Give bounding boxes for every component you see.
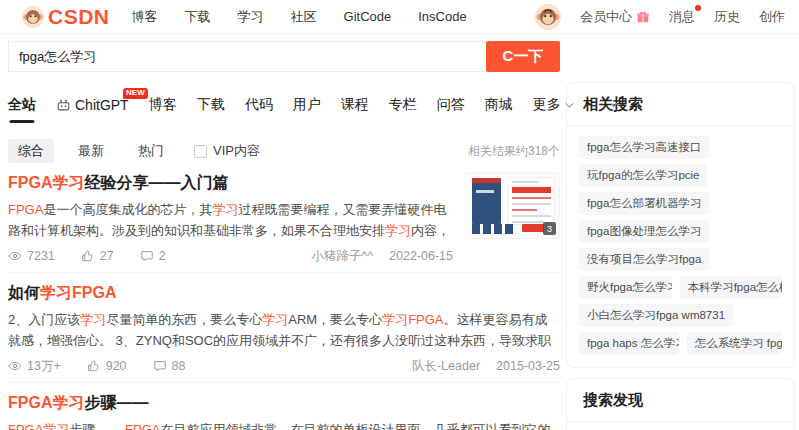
tab-chitgpt[interactable]: ChitGPTNEW (56, 97, 129, 113)
tab-course[interactable]: 课程 (341, 96, 369, 114)
related-search-tag[interactable]: fpga图像处理怎么学习 (579, 220, 709, 243)
tab-label: 问答 (437, 96, 465, 114)
topnav-item-learn[interactable]: 学习 (238, 8, 264, 26)
results-list: FPGA学习经验分享——入门篇 FPGA是一个高度集成化的芯片，其学习过程既需要… (8, 163, 560, 430)
sort-comprehensive[interactable]: 综合 (8, 139, 54, 163)
csdn-logo-monkey-icon (22, 6, 44, 28)
related-tag-row: fpga怎么学习高速接口 (579, 136, 782, 159)
result-snippet: FPGA是一个高度集成化的芯片，其学习过程既需要编程，又需要弄懂硬件电路和计算机… (8, 199, 453, 242)
tab-user[interactable]: 用户 (293, 96, 321, 114)
member-center-label: 会员中心 (580, 8, 632, 26)
related-tag-row: 没有项目怎么学习fpga (579, 248, 782, 271)
search-tabs: 全站ChitGPTNEW博客下载代码用户课程专栏问答商城更多筛选 (8, 87, 560, 132)
result-title-link[interactable]: FPGA学习经验分享——入门篇 (8, 172, 453, 193)
tab-download[interactable]: 下载 (197, 96, 225, 114)
result-author-link[interactable]: 小猪蹄子^^ (311, 248, 373, 265)
comment-icon (153, 359, 167, 373)
comments-count: 2 (140, 249, 166, 263)
search-button[interactable]: C一下 (486, 41, 560, 72)
views-count: 7231 (8, 249, 55, 263)
result-meta: 13万+ 920 88 队长-Leader 2015-03-25 (8, 358, 560, 374)
related-search-tag[interactable]: fpga怎么学习高速接口 (579, 136, 709, 159)
thumb-gallery-strip (472, 224, 513, 234)
tab-label: 全站 (8, 96, 36, 114)
topnav-item-gitcode[interactable]: GitCode (344, 9, 392, 24)
tab-label: 博客 (149, 96, 177, 114)
likes-count: 920 (87, 359, 127, 373)
search-discovery-title: 搜索发现 (567, 379, 794, 422)
topnav-item-community[interactable]: 社区 (291, 8, 317, 26)
create-link[interactable]: 创作 (759, 8, 785, 26)
eye-icon (8, 359, 22, 373)
search-result-item: FPGA学习经验分享——入门篇 FPGA是一个高度集成化的芯片，其学习过程既需要… (8, 163, 560, 273)
topnav-item-blog[interactable]: 博客 (132, 8, 158, 26)
thumbs-up-icon (87, 359, 101, 373)
vip-content-filter[interactable]: VIP内容 (194, 142, 260, 160)
related-search-tags: fpga怎么学习高速接口玩fpga的怎么学习pciefpga怎么部署机器学习fp… (567, 126, 794, 367)
vip-label: VIP内容 (213, 142, 260, 160)
vip-checkbox[interactable] (194, 145, 207, 158)
messages-link[interactable]: 消息 (669, 8, 695, 26)
topnav-item-download[interactable]: 下载 (185, 8, 211, 26)
tab-all[interactable]: 全站 (8, 96, 36, 114)
main-column: C一下 全站ChitGPTNEW博客下载代码用户课程专栏问答商城更多筛选 综合最… (8, 34, 560, 430)
views-count: 13万+ (8, 358, 61, 375)
topnav-items: 博客下载学习社区GitCodeInsCode (132, 8, 467, 26)
sidebar: 相关搜索 fpga怎么学习高速接口玩fpga的怎么学习pciefpga怎么部署机… (566, 82, 795, 430)
tab-mall[interactable]: 商城 (485, 96, 513, 114)
gift-icon (636, 10, 650, 24)
sort-hot[interactable]: 热门 (128, 139, 174, 163)
new-badge: NEW (123, 88, 148, 99)
related-search-card: 相关搜索 fpga怎么学习高速接口玩fpga的怎么学习pciefpga怎么部署机… (566, 82, 795, 368)
related-search-tag[interactable]: 小白怎么学习fpga wm8731 (579, 304, 733, 327)
result-title-link[interactable]: 如何学习FPGA (8, 282, 560, 303)
history-link[interactable]: 历史 (714, 8, 740, 26)
sort-items: 综合最新热门 (8, 139, 174, 163)
unread-dot (695, 5, 701, 11)
sort-newest[interactable]: 最新 (68, 139, 114, 163)
member-center-link[interactable]: 会员中心 (580, 8, 650, 26)
related-tag-row: 小白怎么学习fpga wm8731 (579, 304, 782, 327)
tab-more[interactable]: 更多 (533, 96, 571, 114)
tab-blog[interactable]: 博客 (149, 96, 177, 114)
related-tag-row: fpga haps 怎么学习怎么系统学习 fpga (579, 332, 782, 355)
topbar-right: 会员中心 消息 历史 创作 (535, 4, 785, 30)
result-thumbnail[interactable]: 3 (465, 172, 560, 239)
result-author-link[interactable]: 队长-Leader (412, 358, 480, 375)
tab-label: 专栏 (389, 96, 417, 114)
related-search-tag[interactable]: 本科学习fpga怎么样 (680, 276, 782, 299)
csdn-logo[interactable]: CSDN (22, 5, 110, 29)
topnav-item-inscode[interactable]: InsCode (418, 9, 466, 24)
search-discovery-card: 搜索发现 1fpga设计高级技巧篇 (566, 378, 795, 430)
tab-code[interactable]: 代码 (245, 96, 273, 114)
robot-icon (56, 98, 71, 113)
tab-column[interactable]: 专栏 (389, 96, 417, 114)
tab-label: 课程 (341, 96, 369, 114)
related-search-tag[interactable]: 玩fpga的怎么学习pcie (579, 164, 707, 187)
comment-icon (140, 249, 154, 263)
result-date: 2022-06-15 (389, 249, 453, 263)
result-date: 2015-03-25 (496, 359, 560, 373)
tab-label: 更多 (533, 96, 561, 114)
search-input[interactable] (8, 41, 486, 72)
related-tag-row: 野火fpga怎么学习本科学习fpga怎么样 (579, 276, 782, 299)
thumb-product-page (508, 177, 555, 225)
page-content: C一下 全站ChitGPTNEW博客下载代码用户课程专栏问答商城更多筛选 综合最… (0, 34, 799, 430)
related-search-tag[interactable]: fpga怎么部署机器学习 (579, 192, 709, 215)
create-label: 创作 (759, 8, 785, 26)
related-search-tag[interactable]: 没有项目怎么学习fpga (579, 248, 709, 271)
tab-label: 下载 (197, 96, 225, 114)
related-search-tag[interactable]: 野火fpga怎么学习 (579, 276, 672, 299)
search-discovery-list: 1fpga设计高级技巧篇 (567, 422, 794, 430)
result-title-link[interactable]: FPGA学习步骤—— (8, 392, 560, 413)
result-snippet: 2、入门应该学习尽量简单的东西，要么专心学习ARM，要么专心学习FPGA。这样更… (8, 309, 560, 352)
tab-qa[interactable]: 问答 (437, 96, 465, 114)
related-search-tag[interactable]: fpga haps 怎么学习 (579, 332, 679, 355)
result-snippet: FPGA学习步骤—— FPGA在目前应用领域非常，在目前的单板设计里面，几乎都可… (8, 419, 560, 430)
related-tag-row: 玩fpga的怎么学习pcie (579, 164, 782, 187)
image-count-badge: 3 (543, 222, 556, 235)
top-navigation-bar: CSDN 博客下载学习社区GitCodeInsCode 会员中心 消息 历史 创… (0, 0, 799, 34)
user-avatar[interactable] (535, 4, 561, 30)
related-search-tag[interactable]: 怎么系统学习 fpga (687, 332, 782, 355)
comments-count: 88 (153, 359, 186, 373)
